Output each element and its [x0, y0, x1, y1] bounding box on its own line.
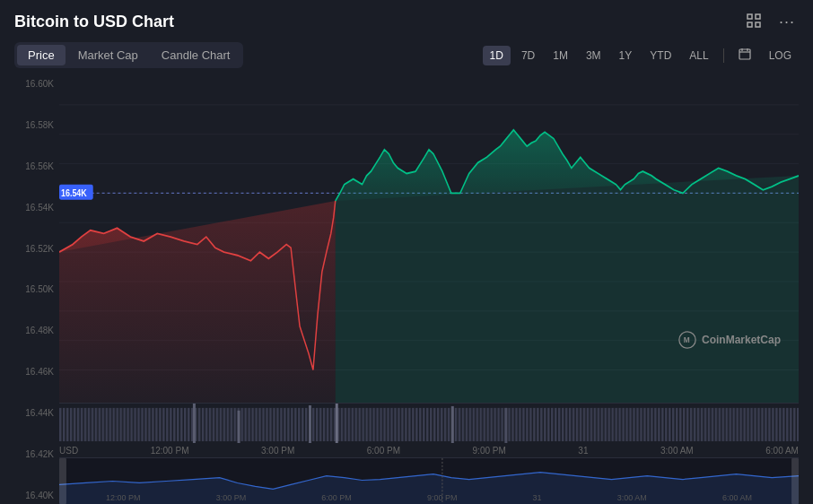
- time-3m[interactable]: 3M: [579, 46, 608, 65]
- time-1d[interactable]: 1D: [483, 46, 511, 65]
- cmc-icon: M: [678, 331, 696, 349]
- x-label-2: 3:00 PM: [261, 446, 294, 456]
- mini-x-label-2: 6:00 PM: [321, 493, 352, 502]
- x-label-7: 6:00 AM: [765, 446, 799, 456]
- svg-rect-25: [193, 404, 196, 443]
- chart-section: 16.60K 16.58K 16.56K 16.54K 16.52K 16.50…: [14, 75, 799, 504]
- chart-type-tabs: Price Market Cap Candle Chart: [14, 42, 243, 68]
- x-label-6: 3:00 AM: [660, 446, 694, 456]
- svg-rect-26: [238, 411, 240, 443]
- svg-rect-29: [451, 406, 454, 443]
- time-ytd[interactable]: YTD: [643, 46, 678, 65]
- mini-x-label-0: 12:00 PM: [106, 493, 141, 502]
- time-1y[interactable]: 1Y: [612, 46, 640, 65]
- controls-row: Price Market Cap Candle Chart 1D 7D 1M 3…: [14, 42, 799, 68]
- svg-text:M: M: [684, 335, 690, 344]
- svg-rect-0: [747, 14, 752, 19]
- x-label-3: 6:00 PM: [367, 446, 400, 456]
- y-label-7: 16.46K: [14, 367, 59, 377]
- svg-rect-1: [756, 14, 760, 19]
- x-axis: USD 12:00 PM 3:00 PM 6:00 PM 9:00 PM 31 …: [59, 443, 799, 457]
- tab-price[interactable]: Price: [17, 45, 66, 65]
- page-title: Bitcoin to USD Chart: [14, 13, 174, 31]
- y-label-2: 16.56K: [14, 161, 59, 171]
- volume-pattern-svg: [59, 404, 799, 443]
- time-7d[interactable]: 7D: [514, 46, 542, 65]
- mini-x-label-5: 3:00 AM: [617, 493, 647, 502]
- mini-x-label-6: 6:00 AM: [722, 493, 752, 502]
- expand-button[interactable]: [743, 12, 765, 33]
- time-separator: [723, 48, 724, 63]
- svg-rect-4: [739, 49, 750, 59]
- svg-text:16.54K: 16.54K: [61, 187, 87, 198]
- mini-x-label-3: 9:00 PM: [427, 493, 458, 502]
- header-icons: ···: [743, 11, 799, 33]
- y-label-3: 16.54K: [14, 203, 59, 213]
- svg-rect-30: [504, 408, 507, 443]
- x-label-4: 9:00 PM: [473, 446, 506, 456]
- y-label-1: 16.58K: [14, 120, 59, 130]
- header-row: Bitcoin to USD Chart ···: [14, 11, 799, 33]
- log-button[interactable]: LOG: [762, 46, 799, 65]
- y-label-0: 16.60K: [14, 79, 59, 89]
- x-label-0: USD: [59, 446, 78, 456]
- x-label-5: 31: [578, 446, 588, 456]
- time-all[interactable]: ALL: [682, 46, 715, 65]
- tab-candle-chart[interactable]: Candle Chart: [151, 45, 241, 65]
- y-label-5: 16.50K: [14, 284, 59, 294]
- svg-rect-28: [336, 404, 338, 443]
- x-label-1: 12:00 PM: [151, 446, 189, 456]
- mini-x-label-4: 31: [533, 493, 542, 502]
- tab-market-cap[interactable]: Market Cap: [67, 45, 149, 65]
- svg-rect-3: [756, 22, 760, 27]
- main-container: Bitcoin to USD Chart ··· Price Market Ca…: [0, 0, 813, 504]
- y-label-10: 16.40K: [14, 491, 59, 500]
- price-chart-svg: 16.54K: [59, 75, 799, 403]
- svg-rect-27: [309, 405, 311, 443]
- y-axis: 16.60K 16.58K 16.56K 16.54K 16.52K 16.50…: [14, 75, 59, 504]
- calendar-button[interactable]: [731, 44, 758, 66]
- y-label-9: 16.42K: [14, 449, 59, 459]
- minimap-x-axis: 12:00 PM 3:00 PM 6:00 PM 9:00 PM 31 3:00…: [59, 493, 799, 502]
- time-1m[interactable]: 1M: [546, 46, 575, 65]
- y-label-8: 16.44K: [14, 408, 59, 418]
- svg-rect-2: [747, 22, 752, 27]
- brand-name: CoinMarketCap: [702, 334, 781, 346]
- minimap: 12:00 PM 3:00 PM 6:00 PM 9:00 PM 31 3:00…: [59, 457, 799, 504]
- y-label-6: 16.48K: [14, 326, 59, 335]
- volume-bars-area: [59, 403, 799, 443]
- y-label-4: 16.52K: [14, 244, 59, 254]
- coinmarketcap-logo: M CoinMarketCap: [678, 331, 781, 349]
- svg-rect-24: [59, 404, 799, 443]
- more-button[interactable]: ···: [775, 11, 799, 33]
- chart-main: 16.54K: [59, 75, 799, 504]
- mini-x-label-1: 3:00 PM: [216, 493, 247, 502]
- time-filter-group: 1D 7D 1M 3M 1Y YTD ALL LOG: [483, 44, 799, 66]
- price-chart-area: 16.54K: [59, 75, 799, 403]
